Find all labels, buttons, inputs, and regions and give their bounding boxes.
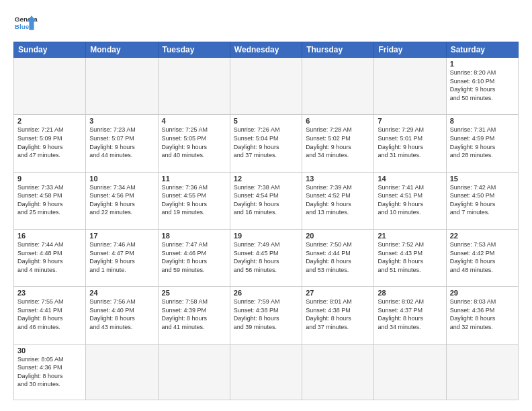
- calendar-cell: 18Sunrise: 7:47 AM Sunset: 4:46 PM Dayli…: [158, 229, 230, 286]
- calendar-cell: 26Sunrise: 7:59 AM Sunset: 4:38 PM Dayli…: [230, 287, 302, 344]
- day-info: Sunrise: 7:39 AM Sunset: 4:52 PM Dayligh…: [306, 183, 370, 217]
- weekday-header-saturday: Saturday: [446, 42, 518, 58]
- day-number: 28: [378, 289, 442, 297]
- calendar-cell: 8Sunrise: 7:31 AM Sunset: 4:59 PM Daylig…: [446, 115, 518, 172]
- day-number: 16: [17, 232, 82, 240]
- day-info: Sunrise: 7:59 AM Sunset: 4:38 PM Dayligh…: [234, 298, 298, 331]
- calendar-cell: [158, 344, 230, 400]
- day-number: 22: [450, 232, 515, 240]
- day-info: Sunrise: 8:05 AM Sunset: 4:36 PM Dayligh…: [17, 355, 82, 389]
- day-number: 25: [162, 289, 226, 297]
- calendar: SundayMondayTuesdayWednesdayThursdayFrid…: [13, 42, 519, 400]
- day-number: 17: [89, 232, 154, 240]
- day-number: 6: [306, 117, 370, 125]
- calendar-cell: 2Sunrise: 7:21 AM Sunset: 5:09 PM Daylig…: [14, 115, 86, 172]
- calendar-cell: 11Sunrise: 7:36 AM Sunset: 4:55 PM Dayli…: [158, 172, 230, 229]
- header: General Blue: [13, 11, 519, 35]
- calendar-cell: 3Sunrise: 7:23 AM Sunset: 5:07 PM Daylig…: [86, 115, 158, 172]
- calendar-cell: 28Sunrise: 8:02 AM Sunset: 4:37 PM Dayli…: [374, 287, 446, 344]
- day-number: 21: [378, 232, 442, 240]
- day-info: Sunrise: 7:55 AM Sunset: 4:41 PM Dayligh…: [17, 298, 82, 331]
- day-info: Sunrise: 7:47 AM Sunset: 4:46 PM Dayligh…: [162, 240, 226, 274]
- day-number: 14: [378, 175, 442, 183]
- calendar-cell: 6Sunrise: 7:28 AM Sunset: 5:02 PM Daylig…: [302, 115, 374, 172]
- weekday-header-monday: Monday: [86, 42, 158, 58]
- day-number: 15: [450, 175, 515, 183]
- calendar-week-row: 30Sunrise: 8:05 AM Sunset: 4:36 PM Dayli…: [14, 344, 519, 400]
- calendar-week-row: 9Sunrise: 7:33 AM Sunset: 4:58 PM Daylig…: [14, 172, 519, 229]
- calendar-cell: [230, 344, 302, 400]
- calendar-cell: 4Sunrise: 7:25 AM Sunset: 5:05 PM Daylig…: [158, 115, 230, 172]
- calendar-cell: 7Sunrise: 7:29 AM Sunset: 5:01 PM Daylig…: [374, 115, 446, 172]
- weekday-header-thursday: Thursday: [302, 42, 374, 58]
- day-info: Sunrise: 8:01 AM Sunset: 4:38 PM Dayligh…: [306, 298, 370, 331]
- day-number: 20: [306, 232, 370, 240]
- calendar-cell: 24Sunrise: 7:56 AM Sunset: 4:40 PM Dayli…: [86, 287, 158, 344]
- day-number: 24: [89, 289, 154, 297]
- weekday-header-friday: Friday: [374, 42, 446, 58]
- calendar-cell: 20Sunrise: 7:50 AM Sunset: 4:44 PM Dayli…: [302, 229, 374, 286]
- calendar-cell: [374, 58, 446, 115]
- day-number: 8: [450, 117, 515, 125]
- day-number: 11: [162, 175, 226, 183]
- calendar-cell: 1Sunrise: 8:20 AM Sunset: 6:10 PM Daylig…: [446, 58, 518, 115]
- day-info: Sunrise: 7:44 AM Sunset: 4:48 PM Dayligh…: [17, 240, 82, 274]
- calendar-cell: [86, 58, 158, 115]
- calendar-cell: [302, 58, 374, 115]
- day-info: Sunrise: 7:42 AM Sunset: 4:50 PM Dayligh…: [450, 183, 515, 217]
- day-number: 7: [378, 117, 442, 125]
- day-info: Sunrise: 7:41 AM Sunset: 4:51 PM Dayligh…: [378, 183, 442, 217]
- calendar-cell: [158, 58, 230, 115]
- weekday-header-wednesday: Wednesday: [230, 42, 302, 58]
- calendar-week-row: 1Sunrise: 8:20 AM Sunset: 6:10 PM Daylig…: [14, 58, 519, 115]
- calendar-cell: 16Sunrise: 7:44 AM Sunset: 4:48 PM Dayli…: [14, 229, 86, 286]
- day-number: 27: [306, 289, 370, 297]
- day-number: 30: [17, 347, 82, 355]
- calendar-cell: [374, 344, 446, 400]
- logo: General Blue: [13, 11, 38, 35]
- calendar-cell: 22Sunrise: 7:53 AM Sunset: 4:42 PM Dayli…: [446, 229, 518, 286]
- day-number: 13: [306, 175, 370, 183]
- day-info: Sunrise: 7:36 AM Sunset: 4:55 PM Dayligh…: [162, 183, 226, 217]
- day-info: Sunrise: 7:53 AM Sunset: 4:42 PM Dayligh…: [450, 240, 515, 274]
- day-info: Sunrise: 7:23 AM Sunset: 5:07 PM Dayligh…: [89, 126, 154, 159]
- day-info: Sunrise: 7:38 AM Sunset: 4:54 PM Dayligh…: [234, 183, 298, 217]
- calendar-cell: 13Sunrise: 7:39 AM Sunset: 4:52 PM Dayli…: [302, 172, 374, 229]
- day-number: 12: [234, 175, 298, 183]
- calendar-cell: 17Sunrise: 7:46 AM Sunset: 4:47 PM Dayli…: [86, 229, 158, 286]
- day-info: Sunrise: 7:29 AM Sunset: 5:01 PM Dayligh…: [378, 126, 442, 159]
- day-number: 10: [89, 175, 154, 183]
- day-info: Sunrise: 7:50 AM Sunset: 4:44 PM Dayligh…: [306, 240, 370, 274]
- calendar-cell: 5Sunrise: 7:26 AM Sunset: 5:04 PM Daylig…: [230, 115, 302, 172]
- day-number: 29: [450, 289, 515, 297]
- day-number: 19: [234, 232, 298, 240]
- day-info: Sunrise: 7:56 AM Sunset: 4:40 PM Dayligh…: [89, 298, 154, 331]
- day-info: Sunrise: 7:28 AM Sunset: 5:02 PM Dayligh…: [306, 126, 370, 159]
- calendar-cell: [86, 344, 158, 400]
- calendar-cell: 10Sunrise: 7:34 AM Sunset: 4:56 PM Dayli…: [86, 172, 158, 229]
- calendar-cell: [446, 344, 518, 400]
- page: General Blue SundayMondayTuesdayWednesda…: [0, 0, 532, 411]
- day-number: 9: [17, 175, 82, 183]
- day-info: Sunrise: 7:25 AM Sunset: 5:05 PM Dayligh…: [162, 126, 226, 159]
- day-info: Sunrise: 7:49 AM Sunset: 4:45 PM Dayligh…: [234, 240, 298, 274]
- calendar-cell: [14, 58, 86, 115]
- weekday-header-sunday: Sunday: [14, 42, 86, 58]
- calendar-cell: 25Sunrise: 7:58 AM Sunset: 4:39 PM Dayli…: [158, 287, 230, 344]
- day-number: 2: [17, 117, 82, 125]
- day-info: Sunrise: 7:33 AM Sunset: 4:58 PM Dayligh…: [17, 183, 82, 217]
- day-number: 5: [234, 117, 298, 125]
- day-info: Sunrise: 8:20 AM Sunset: 6:10 PM Dayligh…: [450, 68, 515, 102]
- calendar-cell: [302, 344, 374, 400]
- day-info: Sunrise: 7:52 AM Sunset: 4:43 PM Dayligh…: [378, 240, 442, 274]
- calendar-cell: 15Sunrise: 7:42 AM Sunset: 4:50 PM Dayli…: [446, 172, 518, 229]
- calendar-week-row: 16Sunrise: 7:44 AM Sunset: 4:48 PM Dayli…: [14, 229, 519, 286]
- calendar-week-row: 23Sunrise: 7:55 AM Sunset: 4:41 PM Dayli…: [14, 287, 519, 344]
- calendar-cell: 9Sunrise: 7:33 AM Sunset: 4:58 PM Daylig…: [14, 172, 86, 229]
- calendar-cell: 19Sunrise: 7:49 AM Sunset: 4:45 PM Dayli…: [230, 229, 302, 286]
- logo-icon: General Blue: [13, 11, 38, 35]
- weekday-header-tuesday: Tuesday: [158, 42, 230, 58]
- calendar-cell: 30Sunrise: 8:05 AM Sunset: 4:36 PM Dayli…: [14, 344, 86, 400]
- calendar-cell: 14Sunrise: 7:41 AM Sunset: 4:51 PM Dayli…: [374, 172, 446, 229]
- day-info: Sunrise: 7:26 AM Sunset: 5:04 PM Dayligh…: [234, 126, 298, 159]
